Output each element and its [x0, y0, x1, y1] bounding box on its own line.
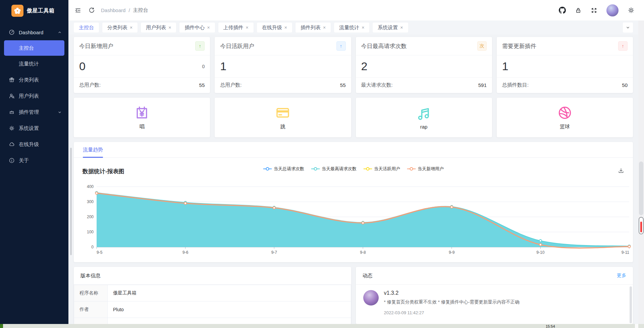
lock-icon[interactable] [575, 7, 582, 14]
close-icon[interactable]: × [168, 25, 171, 30]
activity-version: v1.3.2 [384, 290, 520, 296]
content-scrollbar-fragment[interactable] [70, 148, 72, 255]
more-link[interactable]: 更多 [617, 273, 626, 279]
close-icon[interactable]: × [323, 25, 326, 30]
tab-label: 用户列表 [146, 25, 166, 31]
user-search-icon [9, 93, 15, 99]
legend-label: 当天最高请求次数 [322, 166, 357, 172]
tab-upload-plugin[interactable]: 上传插件× [218, 22, 254, 33]
sidebar-item-label: 流量统计 [19, 61, 39, 67]
tab-label: 系统设置 [378, 25, 398, 31]
scrollbar-red-marker [639, 217, 644, 234]
tab-user-list[interactable]: 用户列表× [141, 22, 176, 33]
icon-card-basketball[interactable]: 篮球 [497, 98, 633, 137]
sidebar-item-about[interactable]: 关于 [0, 152, 68, 169]
taskbar-fragment [635, 324, 638, 328]
sidebar-item-online-upgrade[interactable]: 在线升级 [0, 136, 68, 152]
page-scrollbar[interactable] [638, 20, 644, 324]
cloud-icon [9, 141, 15, 147]
fullscreen-icon[interactable] [591, 7, 597, 14]
clock: 15:54 [546, 324, 555, 328]
close-icon[interactable]: × [284, 25, 287, 30]
sidebar-item-dashboard[interactable]: Dashboard [0, 24, 68, 40]
sidebar-item-category-list[interactable]: 分类列表 [0, 72, 68, 88]
tab-traffic-stats[interactable]: 流量统计× [334, 22, 369, 33]
tab-traffic-trend[interactable]: 流量趋势 [83, 142, 103, 157]
github-icon[interactable] [559, 7, 566, 14]
tab-overflow-button[interactable] [623, 22, 633, 33]
version-row-value [108, 318, 351, 324]
area-chart[interactable]: 01002003004009-59-69-79-89-99-109-11 [79, 179, 632, 260]
sidebar-item-system-settings[interactable]: 系统设置 [0, 120, 68, 136]
stat-card-new-users: 今日新增用户 ↑ 0 0 总用户数: 55 [74, 37, 210, 93]
close-icon[interactable]: × [207, 25, 210, 30]
arrow-up-badge-icon: ↑ [336, 41, 346, 51]
legend-marker-icon [311, 167, 320, 171]
tab-plugin-center[interactable]: 插件中心× [179, 22, 215, 33]
bottom-row: 版本信息 程序名称 傲星工具箱 作者 Pluto 动态 更多 [74, 267, 633, 324]
table-row: 作者 Pluto [74, 301, 351, 318]
close-icon[interactable]: × [400, 25, 403, 30]
tab-bar: 主控台 分类列表× 用户列表× 插件中心× 上传插件× 在线升级× 插件列表× … [68, 20, 638, 35]
collapse-sidebar-icon[interactable] [74, 7, 81, 14]
main-content: 今日新增用户 ↑ 0 0 总用户数: 55 今日活跃用户 ↑ 1 总用户数: 5… [68, 35, 638, 324]
svg-text:400: 400 [87, 184, 94, 189]
download-icon[interactable] [618, 168, 624, 175]
icon-card-dance[interactable]: 跳 [215, 98, 351, 137]
stat-footer-value: 50 [622, 82, 628, 88]
sidebar-item-traffic-stats[interactable]: 流量统计 [0, 56, 68, 72]
version-info-card: 版本信息 程序名称 傲星工具箱 作者 Pluto [74, 267, 351, 324]
tab-category-list[interactable]: 分类列表× [102, 22, 138, 33]
credit-card-icon [275, 105, 290, 121]
icon-card-sing[interactable]: 唱 [74, 98, 210, 137]
stat-footer-label: 总插件数目: [502, 82, 529, 88]
user-avatar[interactable] [606, 4, 619, 16]
legend-item-total-requests[interactable]: 当天总请求次数 [263, 166, 304, 172]
refresh-icon[interactable] [89, 7, 95, 13]
breadcrumb-current: 主控台 [133, 7, 148, 13]
sidebar-item-console[interactable]: 主控台 [4, 40, 64, 56]
legend-item-new-users[interactable]: 当天新增用户 [407, 166, 444, 172]
close-icon[interactable]: × [362, 25, 364, 30]
breadcrumb: Dashboard / 主控台 [101, 7, 148, 13]
sidebar-item-user-list[interactable]: 用户列表 [0, 88, 68, 104]
stat-card-max-requests: 今日最高请求次数 次 2 最大请求次数: 591 [356, 37, 492, 93]
sidebar-item-label: 主控台 [19, 45, 34, 51]
icon-card-rap[interactable]: rap [356, 98, 492, 137]
tab-label: 主控台 [79, 25, 94, 31]
version-row-value: Pluto [108, 301, 351, 318]
table-row [74, 318, 351, 324]
chevron-down-icon [626, 25, 630, 30]
svg-text:9-11: 9-11 [622, 250, 629, 255]
gift-icon [9, 77, 15, 83]
tab-console[interactable]: 主控台 [74, 22, 99, 33]
tab-plugin-list[interactable]: 插件列表× [296, 22, 331, 33]
breadcrumb-parent[interactable]: Dashboard [101, 7, 125, 13]
close-icon[interactable]: × [246, 25, 249, 30]
taskbar-green-fragment [0, 324, 3, 328]
app-logo: 傲星工具箱 [0, 0, 68, 21]
svg-text:200: 200 [87, 215, 94, 219]
stat-value: 2 [361, 60, 368, 73]
sidebar-item-plugin-management[interactable]: 插件管理 [0, 104, 68, 120]
legend-item-max-requests[interactable]: 当天最高请求次数 [311, 166, 357, 172]
tab-label: 分类列表 [107, 25, 127, 31]
sidebar-menu: Dashboard 主控台 流量统计 分类列表 [0, 21, 68, 169]
panel-scrollbar-thumb[interactable] [630, 286, 632, 323]
tab-system-settings[interactable]: 系统设置× [373, 22, 408, 33]
times-badge-icon: 次 [477, 41, 487, 51]
activity-card: 动态 更多 v1.3.2 * 修复首页分类权重不生效 * 修复插件中心-需要更新… [356, 267, 633, 324]
stat-footer-value: 55 [340, 82, 346, 88]
scrollbar-thumb[interactable] [639, 161, 643, 215]
icon-card-label: rap [420, 124, 428, 130]
tab-online-upgrade[interactable]: 在线升级× [257, 22, 292, 33]
version-row-label: 作者 [74, 301, 108, 318]
gear-icon[interactable] [628, 7, 635, 14]
sidebar-item-label: 插件管理 [19, 109, 53, 115]
close-icon[interactable]: × [130, 25, 132, 30]
version-row-label: 程序名称 [74, 285, 108, 301]
dribbble-icon [557, 105, 573, 121]
flower-icon [13, 7, 21, 15]
legend-item-active-users[interactable]: 当天活跃用户 [363, 166, 400, 172]
sidebar-item-label: 系统设置 [19, 125, 62, 132]
